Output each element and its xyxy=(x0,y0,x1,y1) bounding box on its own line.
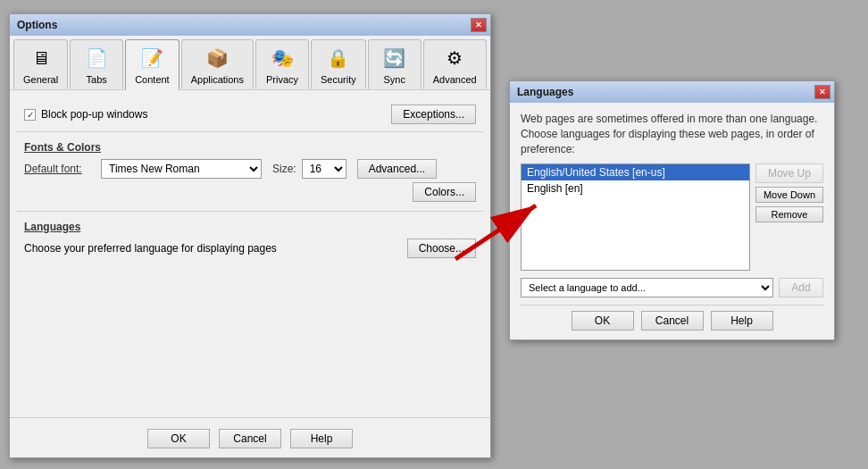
security-icon: 🔒 xyxy=(324,44,353,72)
languages-section: Languages Choose your preferred language… xyxy=(24,221,476,258)
lang-item-1[interactable]: English [en] xyxy=(522,180,749,197)
options-title: Options xyxy=(17,19,57,31)
tab-sync[interactable]: 🔄 Sync xyxy=(368,39,421,89)
size-label: Size: xyxy=(272,163,296,175)
languages-bottom-buttons: OK Cancel Help xyxy=(521,305,823,331)
lang-help-button[interactable]: Help xyxy=(711,311,773,331)
languages-content: Web pages are sometimes offered in more … xyxy=(510,103,834,339)
exceptions-button[interactable]: Exceptions... xyxy=(391,105,476,124)
remove-button[interactable]: Remove xyxy=(755,206,823,222)
tab-applications[interactable]: 📦 Applications xyxy=(181,39,254,89)
choose-button[interactable]: Choose... xyxy=(407,239,476,258)
fonts-colors-section: Fonts & Colors Default font: Times New R… xyxy=(24,141,476,202)
languages-title-bar: Languages ✕ xyxy=(510,81,834,103)
popup-checkbox[interactable]: ✓ xyxy=(24,109,36,121)
lang-item-0[interactable]: English/United States [en-us] xyxy=(522,164,749,180)
title-bar-controls: ✕ xyxy=(471,18,487,32)
font-label: Default font: xyxy=(24,163,96,175)
tabs-icon: 📄 xyxy=(82,44,111,72)
tab-advanced[interactable]: ⚙ Advanced xyxy=(423,39,487,89)
add-language-row: Select a language to add... Add xyxy=(521,278,823,297)
add-button[interactable]: Add xyxy=(779,278,823,297)
languages-desc: Choose your preferred language for displ… xyxy=(24,242,277,255)
colors-button[interactable]: Colors... xyxy=(413,182,476,202)
size-select[interactable]: 16 xyxy=(302,159,346,179)
tab-content[interactable]: 📝 Content xyxy=(125,39,179,90)
popup-row: ✓ Block pop-up windows Exceptions... xyxy=(24,105,476,124)
options-dialog: Options ✕ 🖥 General 📄 Tabs 📝 Content 📦 A… xyxy=(9,13,491,458)
privacy-icon: 🎭 xyxy=(268,44,296,72)
options-ok-button[interactable]: OK xyxy=(147,429,210,448)
languages-dialog: Languages ✕ Web pages are sometimes offe… xyxy=(509,80,835,340)
close-button[interactable]: ✕ xyxy=(471,18,487,32)
advanced-fonts-button[interactable]: Advanced... xyxy=(357,159,437,179)
general-icon: 🖥 xyxy=(27,44,55,72)
tab-privacy[interactable]: 🎭 Privacy xyxy=(255,39,309,89)
fonts-colors-label: Fonts & Colors xyxy=(24,141,476,154)
applications-icon: 📦 xyxy=(203,44,231,72)
languages-description: Web pages are sometimes offered in more … xyxy=(521,112,823,156)
languages-close-button[interactable]: ✕ xyxy=(814,85,830,99)
add-language-select[interactable]: Select a language to add... xyxy=(521,278,773,297)
options-title-bar: Options ✕ xyxy=(10,14,490,36)
options-cancel-button[interactable]: Cancel xyxy=(219,429,281,448)
languages-title: Languages xyxy=(517,86,573,98)
font-field-row: Default font: Times New Roman Size: 16 A… xyxy=(24,159,476,179)
popup-label: Block pop-up windows xyxy=(41,108,147,121)
languages-controls: ✕ xyxy=(814,85,830,99)
lang-ok-button[interactable]: OK xyxy=(572,311,634,331)
move-up-button[interactable]: Move Up xyxy=(755,163,823,183)
advanced-icon: ⚙ xyxy=(440,44,469,72)
lang-cancel-button[interactable]: Cancel xyxy=(641,311,704,331)
content-icon: 📝 xyxy=(138,44,166,72)
lang-side-buttons: Move Up Move Down Remove xyxy=(755,163,823,271)
font-select[interactable]: Times New Roman xyxy=(101,159,262,179)
languages-label: Languages xyxy=(24,221,476,233)
options-bottom-buttons: OK Cancel Help xyxy=(10,417,490,457)
sync-icon: 🔄 xyxy=(380,44,409,72)
tab-general[interactable]: 🖥 General xyxy=(13,39,68,89)
languages-listbox[interactable]: English/United States [en-us] English [e… xyxy=(521,163,750,271)
lang-list-area: English/United States [en-us] English [e… xyxy=(521,163,823,271)
tab-security[interactable]: 🔒 Security xyxy=(311,39,366,89)
tab-tabs[interactable]: 📄 Tabs xyxy=(70,39,123,89)
tabs-toolbar: 🖥 General 📄 Tabs 📝 Content 📦 Application… xyxy=(10,36,490,90)
options-help-button[interactable]: Help xyxy=(290,429,353,448)
move-down-button[interactable]: Move Down xyxy=(755,187,823,203)
languages-row: Choose your preferred language for displ… xyxy=(24,239,476,258)
